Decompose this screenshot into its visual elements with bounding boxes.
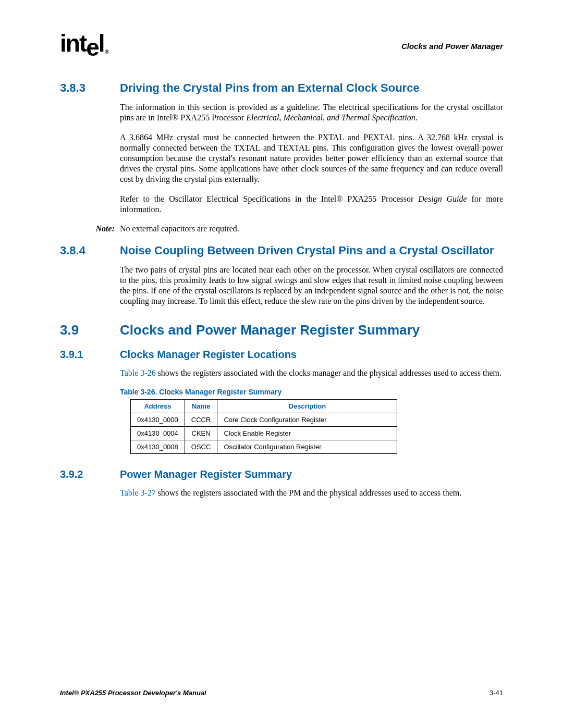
registered-mark: ® — [105, 49, 108, 55]
clocks-manager-table: Address Name Description 0x4130_0000 CCC… — [130, 399, 397, 454]
paragraph: Table 3-27 shows the registers associate… — [120, 488, 503, 498]
heading-number: 3.9.2 — [60, 468, 120, 480]
heading-title: Clocks Manager Register Locations — [120, 349, 503, 361]
text: shows the registers associated with the … — [156, 488, 462, 497]
cell-desc: Core Clock Configuration Register — [217, 413, 397, 427]
intel-logo: intel® — [60, 31, 107, 55]
heading-number: 3.9 — [60, 322, 120, 338]
th-name: Name — [185, 400, 217, 413]
cell-address: 0x4130_0000 — [131, 413, 185, 427]
heading-3-8-4: 3.8.4 Noise Coupling Between Driven Crys… — [60, 244, 503, 257]
cell-name: CCCR — [185, 413, 217, 427]
th-description: Description — [217, 400, 397, 413]
cell-name: OSCC — [185, 440, 217, 454]
heading-title: Power Manager Register Summary — [120, 468, 503, 480]
cell-desc: Clock Enable Register — [217, 427, 397, 440]
paragraph: The information in this section is provi… — [120, 102, 503, 123]
heading-3-9: 3.9 Clocks and Power Manager Register Su… — [60, 322, 503, 338]
cell-desc: Oscillator Configuration Register — [217, 440, 397, 454]
paragraph: Table 3-26 shows the registers associate… — [120, 368, 503, 378]
paragraph: A 3.6864 MHz crystal must be connected b… — [120, 132, 503, 184]
table-row: 0x4130_0000 CCCR Core Clock Configuratio… — [131, 413, 397, 427]
note-label: Note: — [60, 224, 120, 233]
table-caption: Table 3-26. Clocks Manager Register Summ… — [120, 388, 503, 396]
table-row: 0x4130_0004 CKEN Clock Enable Register — [131, 427, 397, 440]
page: intel® Clocks and Power Manager 3.8.3 Dr… — [0, 0, 563, 728]
table-row: 0x4130_0008 OSCC Oscillator Configuratio… — [131, 440, 397, 454]
footer-title: Intel® PXA255 Processor Developer's Manu… — [60, 689, 206, 697]
heading-3-9-1: 3.9.1 Clocks Manager Register Locations — [60, 349, 503, 361]
paragraph: Refer to the Oscillator Electrical Speci… — [120, 194, 503, 215]
heading-number: 3.8.3 — [60, 81, 120, 95]
page-header: intel® Clocks and Power Manager — [60, 31, 503, 55]
heading-title: Noise Coupling Between Driven Crystal Pi… — [120, 244, 503, 257]
heading-3-9-2: 3.9.2 Power Manager Register Summary — [60, 468, 503, 480]
heading-number: 3.9.1 — [60, 349, 120, 361]
heading-title: Driving the Crystal Pins from an Externa… — [120, 81, 503, 95]
table-ref-link[interactable]: Table 3-26 — [120, 368, 156, 377]
table-ref-link[interactable]: Table 3-27 — [120, 488, 156, 497]
text: . — [415, 113, 418, 122]
text: Refer to the Oscillator Electrical Speci… — [120, 194, 418, 203]
cell-address: 0x4130_0008 — [131, 440, 185, 454]
chapter-title: Clocks and Power Manager — [401, 42, 503, 51]
note-text: No external capacitors are required. — [120, 224, 503, 233]
text-italic: Electrical, Mechanical, and Thermal Spec… — [246, 113, 415, 122]
text: shows the registers associated with the … — [156, 368, 501, 377]
note-row: Note: No external capacitors are require… — [60, 224, 503, 233]
page-number: 3-41 — [489, 689, 503, 697]
paragraph: The two pairs of crystal pins are locate… — [120, 265, 503, 306]
cell-address: 0x4130_0004 — [131, 427, 185, 440]
text-italic: Design Guide — [418, 194, 467, 203]
heading-number: 3.8.4 — [60, 244, 120, 257]
heading-3-8-3: 3.8.3 Driving the Crystal Pins from an E… — [60, 81, 503, 95]
page-footer: Intel® PXA255 Processor Developer's Manu… — [60, 689, 503, 697]
th-address: Address — [131, 400, 185, 413]
table-header-row: Address Name Description — [131, 400, 397, 413]
heading-title: Clocks and Power Manager Register Summar… — [120, 322, 503, 338]
cell-name: CKEN — [185, 427, 217, 440]
